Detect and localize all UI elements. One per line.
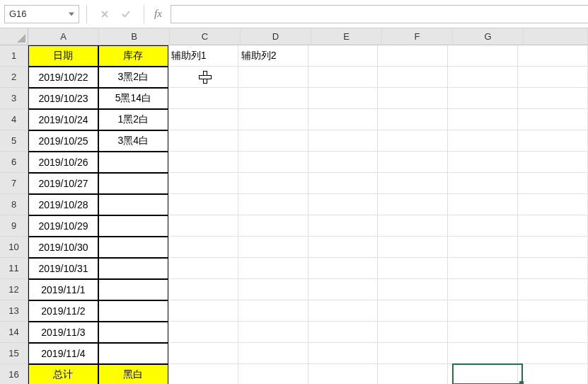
cell[interactable] [309, 130, 379, 152]
col-header-E[interactable]: E [311, 28, 382, 45]
cell[interactable] [378, 215, 448, 237]
cell[interactable] [309, 364, 379, 384]
cell[interactable] [518, 258, 588, 279]
cell[interactable] [378, 67, 448, 88]
cell[interactable] [168, 237, 238, 258]
cell-date[interactable]: 2019/10/30 [28, 237, 98, 258]
cell[interactable] [448, 45, 518, 67]
cell-stock[interactable]: 5黑14白 [98, 88, 168, 109]
cell[interactable] [238, 322, 309, 343]
cell[interactable] [309, 109, 379, 130]
cell[interactable] [518, 152, 588, 173]
cell[interactable] [448, 215, 518, 237]
cell[interactable] [518, 279, 588, 300]
cell[interactable] [168, 322, 238, 343]
cell[interactable] [168, 258, 238, 279]
row-header-7[interactable]: 7 [0, 173, 28, 194]
row-header-12[interactable]: 12 [0, 279, 28, 300]
row-header-14[interactable]: 14 [0, 322, 28, 343]
cell-stock[interactable] [98, 322, 168, 343]
cell[interactable] [168, 88, 238, 109]
cell-date[interactable]: 2019/11/1 [28, 279, 98, 300]
row-header-9[interactable]: 9 [0, 215, 28, 237]
cell-stock[interactable] [98, 300, 168, 322]
grid[interactable]: ABCDEFG 日期库存辅助列1辅助列22019/10/223黑2白2019/1… [28, 28, 588, 384]
cell-date[interactable]: 2019/10/27 [28, 173, 98, 194]
cell-stock[interactable] [98, 173, 168, 194]
cell[interactable] [448, 300, 518, 322]
row-header-16[interactable]: 16 [0, 364, 28, 384]
cell[interactable] [238, 364, 309, 384]
row-header-11[interactable]: 11 [0, 258, 28, 279]
cell[interactable] [309, 300, 379, 322]
cell-date[interactable]: 2019/10/22 [28, 67, 98, 88]
cell[interactable] [518, 237, 588, 258]
row-header-10[interactable]: 10 [0, 237, 28, 258]
row-header-5[interactable]: 5 [0, 130, 28, 152]
header-stock[interactable]: 库存 [98, 45, 168, 67]
cell-date[interactable]: 2019/10/29 [28, 215, 98, 237]
cell[interactable] [378, 279, 448, 300]
row-header-1[interactable]: 1 [0, 45, 28, 67]
cell[interactable] [518, 300, 588, 322]
cell[interactable] [238, 343, 309, 364]
total-label[interactable]: 总计 [28, 364, 98, 384]
cell[interactable] [309, 258, 379, 279]
cell-stock[interactable] [98, 279, 168, 300]
cell-date[interactable]: 2019/11/3 [28, 322, 98, 343]
header-aux2[interactable]: 辅助列2 [238, 45, 309, 67]
cell[interactable] [378, 237, 448, 258]
cell[interactable] [168, 67, 238, 88]
cell[interactable] [168, 279, 238, 300]
cell[interactable] [448, 194, 518, 215]
cell-date[interactable]: 2019/10/25 [28, 130, 98, 152]
cell[interactable] [448, 258, 518, 279]
col-header-G[interactable]: G [453, 28, 524, 45]
cell[interactable] [378, 364, 448, 384]
header-aux1[interactable]: 辅助列1 [168, 45, 238, 67]
col-header-D[interactable]: D [241, 28, 311, 45]
cell[interactable] [238, 279, 309, 300]
row-header-4[interactable]: 4 [0, 109, 28, 130]
cell-stock[interactable] [98, 258, 168, 279]
cell-stock[interactable] [98, 215, 168, 237]
cell[interactable] [238, 173, 309, 194]
cell[interactable] [448, 130, 518, 152]
cell-date[interactable]: 2019/10/26 [28, 152, 98, 173]
cell[interactable] [238, 67, 309, 88]
cell[interactable] [309, 279, 379, 300]
cell[interactable] [448, 109, 518, 130]
col-header-C[interactable]: C [170, 28, 241, 45]
col-header-A[interactable]: A [28, 28, 99, 45]
cell[interactable] [309, 343, 379, 364]
cell[interactable] [168, 173, 238, 194]
cell[interactable] [238, 258, 309, 279]
cell[interactable] [168, 300, 238, 322]
cell[interactable] [378, 109, 448, 130]
cell-stock[interactable] [98, 343, 168, 364]
row-header-6[interactable]: 6 [0, 152, 28, 173]
cell[interactable] [378, 152, 448, 173]
cell[interactable] [518, 109, 588, 130]
fx-icon[interactable]: fx [154, 8, 162, 20]
cell[interactable] [518, 130, 588, 152]
cell[interactable] [238, 300, 309, 322]
cell[interactable] [448, 322, 518, 343]
cell[interactable] [378, 343, 448, 364]
cell-date[interactable]: 2019/10/23 [28, 88, 98, 109]
total-value[interactable]: 黑白 [98, 364, 168, 384]
cell[interactable] [378, 258, 448, 279]
cell[interactable] [518, 173, 588, 194]
cell[interactable] [238, 109, 309, 130]
cell-date[interactable]: 2019/11/4 [28, 343, 98, 364]
cell-date[interactable]: 2019/11/2 [28, 300, 98, 322]
col-header-F[interactable]: F [382, 28, 453, 45]
cell-date[interactable]: 2019/10/24 [28, 109, 98, 130]
name-box[interactable]: G16 [4, 5, 79, 23]
cell-date[interactable]: 2019/10/28 [28, 194, 98, 215]
cell[interactable] [518, 88, 588, 109]
cell-stock[interactable]: 3黑4白 [98, 130, 168, 152]
cell[interactable] [518, 215, 588, 237]
cell[interactable] [378, 88, 448, 109]
cell[interactable] [448, 67, 518, 88]
